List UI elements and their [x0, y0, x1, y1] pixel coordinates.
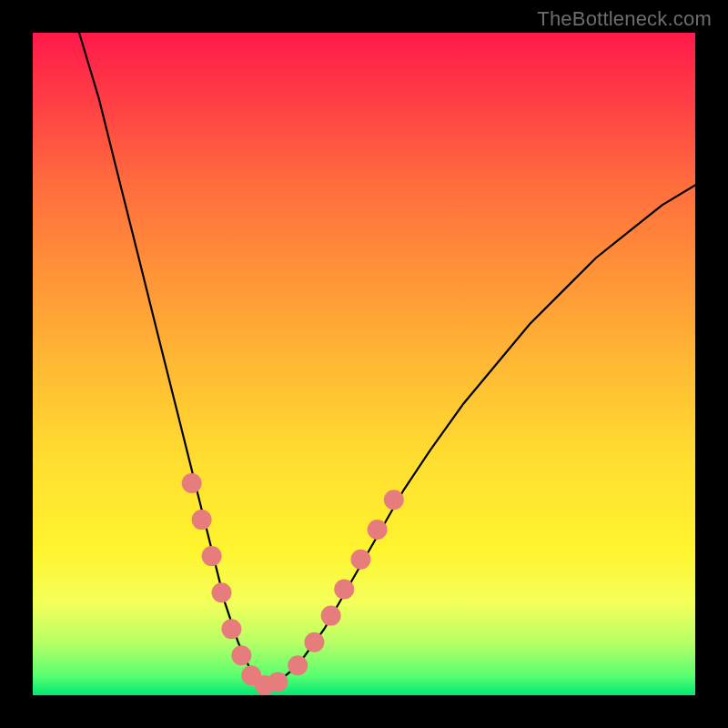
- highlight-dot: [368, 520, 388, 540]
- highlight-dot: [231, 645, 251, 665]
- highlight-dot: [268, 672, 288, 692]
- highlight-dot: [182, 473, 202, 493]
- highlight-dot: [321, 606, 341, 626]
- attribution-text: TheBottleneck.com: [537, 7, 712, 31]
- highlight-dot: [212, 582, 232, 602]
- highlight-dot: [288, 655, 308, 675]
- highlight-dot: [384, 490, 404, 510]
- bottleneck-chart: [33, 33, 695, 695]
- highlight-dot: [202, 546, 222, 566]
- highlight-dot: [334, 580, 354, 600]
- highlight-dot: [304, 632, 324, 652]
- bottleneck-curve: [79, 33, 695, 685]
- highlight-dot: [192, 510, 212, 530]
- plot-area: [33, 33, 695, 695]
- highlight-points: [182, 473, 404, 695]
- highlight-dot: [350, 550, 370, 570]
- highlight-dot: [221, 619, 241, 639]
